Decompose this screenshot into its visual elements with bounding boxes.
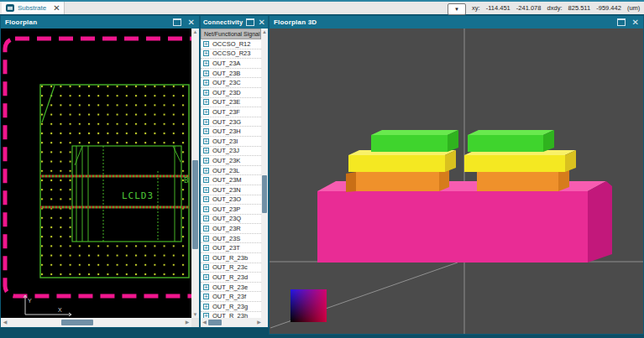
expand-plus-icon[interactable] [203, 168, 209, 174]
signal-row[interactable]: OUT_23L [201, 166, 261, 176]
scroll-left-icon[interactable]: ◀ [202, 318, 207, 327]
expand-plus-icon[interactable] [203, 255, 209, 261]
signal-row[interactable]: OUT_R_23d [201, 273, 261, 283]
signal-row[interactable]: OUT_23N [201, 185, 261, 195]
expand-plus-icon[interactable] [203, 90, 209, 96]
expand-plus-icon[interactable] [203, 187, 209, 193]
tab-close-icon[interactable]: ✕ [53, 5, 60, 12]
expand-plus-icon[interactable] [203, 119, 209, 125]
connectivity-panel: Connectivity ✕ Net/Functional Signal OCC… [200, 15, 269, 328]
net-column-header[interactable]: Net/Functional Signal [201, 29, 261, 39]
expand-plus-icon[interactable] [203, 206, 209, 212]
expand-plus-icon[interactable] [203, 236, 209, 242]
expand-plus-icon[interactable] [203, 177, 209, 183]
scroll-left-icon[interactable]: ◀ [2, 318, 8, 327]
signal-row[interactable]: OUT_23E [201, 98, 261, 108]
expand-plus-icon[interactable] [203, 60, 209, 66]
close-panel-icon[interactable]: ✕ [632, 18, 639, 27]
expand-plus-icon[interactable] [203, 41, 209, 47]
floorplan3d-panel-header[interactable]: Floorplan 3D ✕ [270, 16, 643, 29]
signal-row[interactable]: OUT_23F [201, 107, 261, 117]
expand-plus-icon[interactable] [203, 148, 209, 153]
expand-plus-icon[interactable] [203, 80, 209, 86]
scrollbar-thumb[interactable] [61, 320, 93, 325]
scroll-up-icon[interactable]: ▲ [191, 29, 199, 35]
scroll-up-icon[interactable]: ▲ [261, 29, 268, 35]
signal-row[interactable]: OUT_23B [201, 69, 261, 79]
scroll-down-icon[interactable]: ▼ [191, 311, 199, 318]
expand-plus-icon[interactable] [203, 70, 209, 76]
signal-row[interactable]: OUT_23C [201, 78, 261, 88]
signal-row[interactable]: OUT_23I [201, 137, 261, 147]
floorplan-viewport[interactable]: LCLD3 B Y X ▲ ▼ ◀ ▶ [1, 29, 199, 327]
expand-plus-icon[interactable] [203, 284, 209, 290]
orientation-color-legend[interactable] [291, 289, 327, 322]
signal-row[interactable]: OUT_23G [201, 117, 261, 127]
signal-row[interactable]: OUT_R_23b [201, 253, 261, 263]
signal-row[interactable]: OUT_23O [201, 195, 261, 205]
signal-label: OUT_23J [212, 147, 239, 154]
scrollbar-thumb[interactable] [262, 175, 267, 213]
close-panel-icon[interactable]: ✕ [188, 18, 195, 27]
expand-plus-icon[interactable] [203, 50, 209, 56]
signal-label: OUT_23C [212, 79, 241, 86]
scrollbar-thumb[interactable] [192, 160, 198, 249]
floorplan-vertical-scrollbar[interactable]: ▲ ▼ [191, 29, 199, 318]
signal-row[interactable]: OUT_R_23h [201, 312, 261, 318]
expand-plus-icon[interactable] [203, 264, 209, 270]
signal-row[interactable]: OUT_23Q [201, 215, 261, 225]
tab-substrate[interactable]: Substrate ✕ [2, 2, 65, 14]
expand-plus-icon[interactable] [203, 226, 209, 231]
signal-label: OUT_R_23g [212, 303, 248, 310]
float-panel-icon[interactable] [173, 18, 181, 26]
signal-row[interactable]: OUT_23K [201, 156, 261, 166]
signal-row[interactable]: OUT_23R [201, 224, 261, 234]
die-stack-right[interactable] [464, 130, 576, 191]
close-panel-icon[interactable]: ✕ [259, 18, 265, 27]
signal-row[interactable]: OUT_23S [201, 234, 261, 244]
floorplan-panel-header[interactable]: Floorplan ✕ [1, 16, 199, 29]
expand-plus-icon[interactable] [203, 196, 209, 202]
scrollbar-thumb[interactable] [208, 320, 222, 325]
signal-label: OUT_23R [212, 225, 241, 232]
signal-row[interactable]: OUT_23P [201, 205, 261, 215]
signal-row[interactable]: OUT_R_23e [201, 283, 261, 293]
expand-plus-icon[interactable] [203, 294, 209, 299]
expand-plus-icon[interactable] [203, 304, 209, 309]
expand-plus-icon[interactable] [203, 274, 209, 280]
connectivity-panel-header[interactable]: Connectivity ✕ [201, 16, 268, 29]
expand-plus-icon[interactable] [203, 99, 209, 105]
scroll-right-icon[interactable]: ▶ [256, 318, 262, 327]
signal-row[interactable]: OUT_R_23f [201, 292, 261, 302]
float-panel-icon[interactable] [617, 18, 626, 26]
signal-row[interactable]: OUT_23M [201, 175, 261, 185]
signal-row[interactable]: OUT_R_23g [201, 302, 261, 312]
dx-value: 825.511 [568, 4, 591, 12]
expand-plus-icon[interactable] [203, 216, 209, 221]
floorplan3d-viewport[interactable] [270, 29, 643, 334]
floorplan-canvas[interactable]: LCLD3 B Y X [1, 29, 191, 318]
floorplan-horizontal-scrollbar[interactable]: ◀ ▶ [1, 318, 191, 327]
signal-row[interactable]: OUT_23J [201, 147, 261, 157]
signal-row[interactable]: OUT_23T [201, 243, 261, 253]
expand-plus-icon[interactable] [203, 109, 209, 115]
signal-row[interactable]: OUT_R_23c [201, 263, 261, 273]
coords-dropdown-button[interactable]: ▼ [448, 3, 466, 15]
substrate-box-3d[interactable] [317, 181, 612, 263]
die-stack-left[interactable] [346, 130, 458, 192]
signal-row[interactable]: OUT_23D [201, 88, 261, 98]
expand-plus-icon[interactable] [203, 128, 209, 134]
connectivity-horizontal-scrollbar[interactable]: ◀ ▶ [201, 318, 263, 327]
signal-row[interactable]: OUT_23H [201, 127, 261, 137]
connectivity-vertical-scrollbar[interactable]: ▲ ▼ [261, 29, 268, 327]
signal-row[interactable]: OCCSO_R12 [201, 39, 261, 49]
scrollbar-corner [191, 318, 199, 327]
signal-row[interactable]: OCCSO_R23 [201, 49, 261, 60]
scene-3d-canvas[interactable] [270, 29, 643, 334]
expand-plus-icon[interactable] [203, 138, 209, 144]
float-panel-icon[interactable] [246, 18, 254, 26]
expand-plus-icon[interactable] [203, 158, 209, 164]
signal-row[interactable]: OUT_23A [201, 59, 261, 69]
scroll-right-icon[interactable]: ▶ [184, 318, 191, 327]
expand-plus-icon[interactable] [203, 245, 209, 251]
